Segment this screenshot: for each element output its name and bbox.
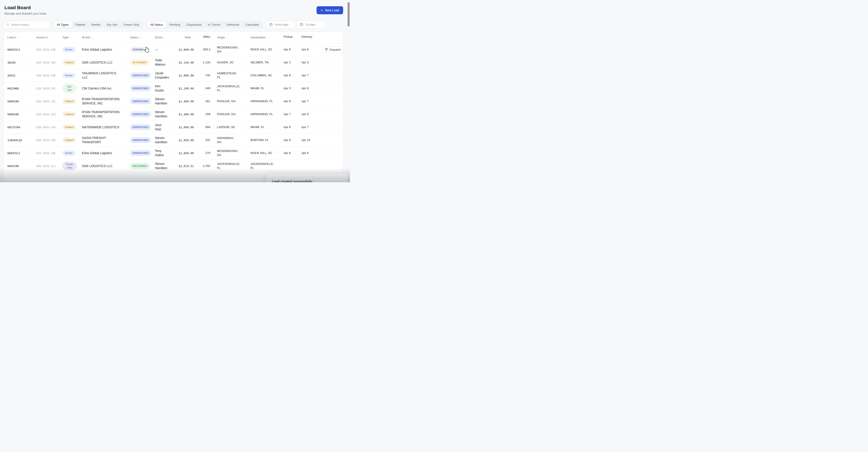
miles-value: 259	[194, 108, 210, 121]
table-row[interactable]: 26431 SSR-2026-190 Reefer TAILWINDS LOGI…	[4, 69, 343, 82]
tab-dry-van[interactable]: Dry Van	[103, 22, 121, 28]
destination-city: HERNANDO, FL	[246, 108, 279, 121]
sort-icon: ↑↓	[70, 36, 71, 39]
table-row[interactable]: 38104 SSR-2026-189 Flatbed SSR LOGISTICS…	[4, 56, 343, 69]
pickup-date: Apr 2	[279, 56, 297, 69]
tab-pending[interactable]: Pending	[166, 22, 184, 28]
driver-name: Ken Gustin	[150, 82, 172, 95]
column-header-rate[interactable]: Rate↑↓	[172, 32, 194, 43]
from-date-label: From date	[275, 23, 288, 26]
status-badge: DISPATCHED	[130, 72, 151, 78]
column-header-origin[interactable]: Origin↑↓	[210, 32, 246, 43]
toast-message: Load created successfully	[272, 180, 347, 182]
rate-value: $1,400.00	[179, 113, 194, 116]
from-date-button[interactable]: From date	[266, 21, 295, 28]
page-subtitle: Manage and dispatch your loads	[4, 12, 46, 15]
tab-in-transit[interactable]: In Transit	[205, 22, 223, 28]
table-row[interactable]: 128544118 SSR-2026-195 Flatbed OASIS FRE…	[4, 134, 343, 147]
status-badge: DISPATCHED	[130, 137, 151, 143]
type-filter-tabs: All TypesFlatbedReeferDry VanPower Only	[53, 21, 143, 28]
driver-name: Steven Hamilton	[150, 160, 172, 172]
tab-cancelled[interactable]: Cancelled	[242, 22, 262, 28]
sort-icon: ↑↓	[164, 36, 166, 39]
invoice-number: SSR-2026-194	[36, 126, 56, 129]
status-badge: IN-TRANSIT	[130, 60, 150, 65]
to-date-label: To date	[305, 23, 315, 26]
sort-icon: ↓	[139, 36, 141, 39]
destination-city: SELMER, TN	[246, 56, 279, 69]
rate-value: $1,900.00	[179, 74, 194, 77]
broker-name: NATIONWIDE LOGISTICS	[79, 121, 125, 134]
sort-icon: ↑↓	[49, 36, 51, 39]
broker-name: Echo Global Logistics	[79, 147, 125, 160]
column-label: Broker	[82, 36, 90, 39]
pickup-date: Apr 7	[279, 108, 297, 121]
invoice-number: SSR-2026-191	[36, 87, 56, 90]
driver-name: —	[150, 43, 172, 56]
origin-city: POOLER, GA	[210, 95, 246, 108]
table-row[interactable]: 66832511 SSR-2026-196 Reefer Echo Global…	[4, 147, 343, 160]
column-header-invoice[interactable]: Invoice #↑↓	[33, 32, 59, 43]
miles-value: 1,133	[194, 56, 210, 69]
dispatch-button[interactable]: Dispatch	[322, 46, 343, 53]
load-number: U6375764	[7, 126, 20, 129]
search-box[interactable]	[4, 21, 50, 28]
broker-name: TAILWINDS LOGISTICS, LLC	[79, 69, 125, 82]
origin-city: JACKSONVILLE, FL	[210, 82, 246, 95]
tab-dispatched[interactable]: Dispatched	[183, 22, 205, 28]
column-header-miles[interactable]: Miles↑↓	[194, 32, 210, 43]
column-header-type[interactable]: Type↑↓	[59, 32, 79, 43]
column-label: Delivery	[301, 35, 312, 38]
destination-city: JACKSONVILLE, FL	[246, 160, 279, 172]
broker-name: RYAN TRANSPORTATION SERVICE, INC	[79, 108, 125, 121]
destination-city: BARTOW, FL	[246, 134, 279, 147]
tab-reefer[interactable]: Reefer	[88, 22, 104, 28]
toast-notification: Load created successfully	[266, 173, 347, 182]
type-badge: Power Only	[62, 162, 76, 170]
table-row[interactable]: 5899249 SSR-2026-193 Flatbed RYAN TRANSP…	[4, 108, 343, 121]
table-row[interactable]: 5899199 SSR-2026-192 Flatbed RYAN TRANSP…	[4, 95, 343, 108]
table-row[interactable]: 66832511 SSR-2026-198 Reefer Echo Global…	[4, 43, 343, 56]
status-badge: DISPATCHED	[130, 150, 151, 156]
calendar-icon	[269, 23, 273, 26]
column-header-destination[interactable]: Destination↑↓	[246, 32, 279, 43]
pickup-date: Apr 6	[279, 121, 297, 134]
column-header-load[interactable]: Load #↑↓	[4, 32, 33, 43]
tab-flatbed[interactable]: Flatbed	[72, 22, 88, 28]
origin-city: SAVANNAH, GA	[210, 134, 246, 147]
search-icon	[6, 23, 9, 26]
table-row[interactable]: 0403190 SSR-2026-152 Power Only SSR LOGI…	[4, 160, 343, 172]
sort-icon: ↑↓	[209, 39, 210, 41]
delivery-date: Apr 8	[297, 108, 316, 121]
to-date-button[interactable]: To date	[297, 21, 326, 28]
delivery-date: Apr 6	[297, 147, 316, 160]
column-header-actions	[316, 32, 343, 43]
tab-delivered[interactable]: Delivered	[223, 22, 242, 28]
tab-all-status[interactable]: All Status	[147, 22, 166, 28]
tab-all-types[interactable]: All Types	[54, 22, 72, 28]
new-load-button[interactable]: + New Load	[316, 6, 343, 14]
miles-value: 261	[194, 95, 210, 108]
column-header-delivery[interactable]: Delivery↑↓	[297, 32, 316, 43]
dispatch-label: Dispatch	[330, 48, 341, 51]
calendar-icon	[300, 23, 303, 26]
status-badge: DELIVERED	[130, 163, 150, 169]
column-header-status[interactable]: Status↓	[125, 32, 150, 43]
sort-icon: ↑↓	[92, 36, 93, 39]
tab-power-only[interactable]: Power Only	[121, 22, 143, 28]
column-header-pickup[interactable]: Pickup↑↓	[279, 32, 297, 43]
vertical-scrollbar[interactable]	[348, 2, 350, 27]
column-label: Type	[62, 36, 68, 39]
delivery-date: Apr 7	[297, 69, 316, 82]
table-row[interactable]: U6375764 SSR-2026-194 Flatbed NATIONWIDE…	[4, 121, 343, 134]
search-input[interactable]	[11, 23, 47, 26]
page-header: Load Board Manage and dispatch your load…	[4, 5, 46, 15]
table-row[interactable]: 0422468 SSR-2026-191 Dry Van CW Carriers…	[4, 82, 343, 95]
status-filter-tabs: All StatusPendingDispatchedIn TransitDel…	[147, 21, 263, 28]
invoice-number: SSR-2026-195	[36, 139, 56, 142]
type-badge: Reefer	[62, 150, 75, 156]
destination-city: ROCK HILL, SC	[246, 147, 279, 160]
column-header-driver[interactable]: Driver↑↓	[150, 32, 172, 43]
column-header-broker[interactable]: Broker↑↓	[79, 32, 125, 43]
origin-city: HOMESTEAD, FL	[210, 69, 246, 82]
